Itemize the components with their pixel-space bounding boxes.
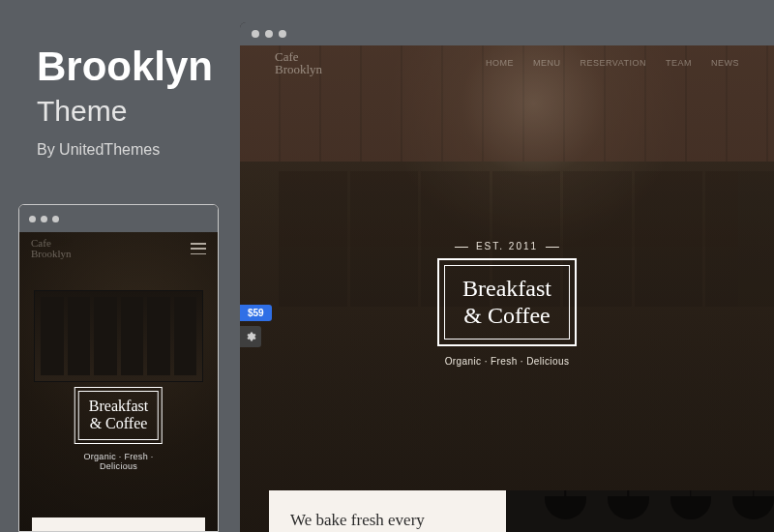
lamp-icon (608, 496, 649, 519)
window-dot-icon (279, 30, 286, 38)
brand-line2: Brooklyn (31, 248, 72, 259)
nav-item[interactable]: TEAM (666, 58, 692, 68)
site-logo[interactable]: Breakfast & Coffee Organic · Fresh · Del… (69, 387, 168, 471)
window-dot-icon (265, 30, 273, 38)
hamburger-icon[interactable] (191, 243, 206, 254)
theme-header: Brooklyn Theme By UnitedThemes (37, 46, 213, 159)
hero-background-shelf (34, 290, 203, 382)
desktop-viewport[interactable]: Cafe Brooklyn HOME MENU RESERVATION TEAM… (240, 45, 774, 532)
mobile-site-nav: Cafe Brooklyn (19, 232, 218, 265)
theme-byline: By UnitedThemes (37, 141, 213, 159)
desktop-window-titlebar (240, 22, 774, 45)
site-tagline: Organic · Fresh · Delicious (69, 452, 168, 471)
gear-icon (245, 331, 256, 342)
mobile-preview-frame: Cafe Brooklyn Breakfast & Coffee Organic… (18, 204, 219, 532)
desktop-site-nav: Cafe Brooklyn HOME MENU RESERVATION TEAM… (240, 45, 774, 80)
content-card-peek (32, 517, 205, 531)
established-line: EST. 2011 (447, 241, 567, 251)
mobile-viewport[interactable]: Cafe Brooklyn Breakfast & Coffee Organic… (19, 232, 218, 531)
brand-line2: Brooklyn (275, 62, 322, 76)
logo-line2: & Coffee (90, 415, 148, 431)
window-dot-icon (52, 216, 59, 222)
site-tagline: Organic · Fresh · Delicious (437, 356, 577, 367)
nav-item[interactable]: MENU (533, 58, 561, 68)
site-brand[interactable]: Cafe Brooklyn (275, 50, 322, 75)
content-card: We bake fresh every (269, 490, 506, 532)
logo-line1: Breakfast (89, 398, 148, 414)
lamp-icon (732, 496, 774, 519)
price-badge[interactable]: $59 (240, 305, 272, 321)
theme-subtitle: Theme (37, 95, 213, 128)
content-card-heading: We bake fresh every (290, 511, 425, 529)
theme-title: Brooklyn (37, 46, 213, 87)
window-dot-icon (41, 216, 47, 222)
lamp-icon (545, 496, 586, 519)
site-logo[interactable]: Breakfast & Coffee Organic · Fresh · Del… (437, 258, 577, 367)
settings-button[interactable] (240, 326, 261, 347)
logo-line1: Breakfast (462, 276, 551, 301)
nav-item[interactable]: NEWS (711, 58, 739, 68)
nav-menu: HOME MENU RESERVATION TEAM NEWS (486, 58, 739, 68)
lamp-row-background (506, 490, 774, 532)
window-dot-icon (252, 30, 259, 38)
window-dot-icon (29, 216, 36, 222)
nav-item[interactable]: HOME (486, 58, 514, 68)
mobile-window-titlebar (19, 205, 218, 232)
lamp-icon (670, 496, 712, 519)
site-brand[interactable]: Cafe Brooklyn (31, 238, 72, 259)
nav-item[interactable]: RESERVATION (580, 58, 646, 68)
logo-line2: & Coffee (463, 303, 551, 328)
desktop-preview-frame: Cafe Brooklyn HOME MENU RESERVATION TEAM… (240, 22, 774, 532)
